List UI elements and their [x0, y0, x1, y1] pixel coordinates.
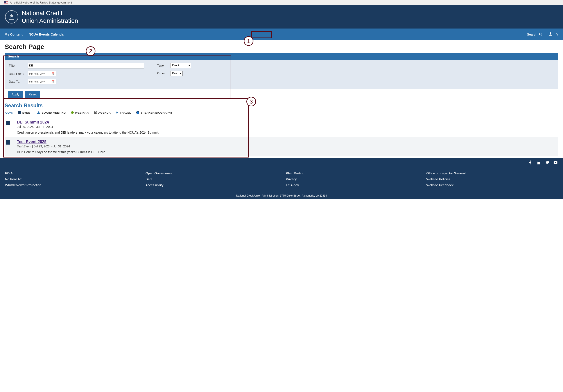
apply-button[interactable]: Apply: [8, 91, 23, 98]
search-panel: Search Filter: Date From: mm / dd / yyyy…: [5, 53, 558, 89]
footer-link[interactable]: FOIA: [5, 171, 137, 175]
result-title-link[interactable]: Test Event 2025: [17, 139, 47, 144]
footer-link[interactable]: Data: [145, 177, 277, 181]
legend-speaker: SPEAKER BIOGRAPHY: [141, 111, 172, 114]
svg-point-0: [539, 33, 541, 35]
speaker-icon: 👤: [136, 111, 139, 114]
us-flag-icon: [4, 1, 8, 4]
footer-address: National Credit Union Administration, 17…: [0, 192, 563, 199]
date-to-input[interactable]: mm / dd / yyyy 📅: [28, 79, 56, 84]
facebook-icon[interactable]: [528, 160, 533, 166]
travel-icon: ✈: [116, 111, 118, 114]
results-header: Search Results: [5, 102, 558, 109]
site-title-line1: National Credit: [22, 9, 78, 17]
legend-agenda: AGENDA: [98, 111, 111, 114]
ncua-seal-icon: [5, 10, 18, 24]
result-title-link[interactable]: DEI Summit 2024: [17, 120, 49, 124]
result-description: DEI: Here to StayThe theme of this year'…: [17, 150, 105, 154]
legend-label: ICON:: [5, 111, 13, 114]
result-meta: Test Event | Jul 29, 2024 - Jul 31, 2024: [17, 145, 105, 148]
linkedin-icon[interactable]: [537, 160, 541, 166]
svg-rect-3: [537, 162, 537, 164]
gov-banner: An official website of the United States…: [0, 0, 563, 5]
footer-link[interactable]: Whistleblower Protection: [5, 183, 137, 187]
board-meeting-icon: [37, 111, 40, 114]
footer-link[interactable]: USA.gov: [286, 183, 418, 187]
site-title-line2: Union Administration: [22, 17, 78, 25]
help-icon[interactable]: ?: [556, 32, 558, 37]
footer-link[interactable]: Privacy: [286, 177, 418, 181]
legend-event: EVENT: [22, 111, 32, 114]
date-from-input[interactable]: mm / dd / yyyy 📅: [28, 71, 56, 76]
legend-travel: TRAVEL: [120, 111, 131, 114]
date-to-label: Date To:: [9, 80, 28, 83]
result-item: DEI Summit 2024 Jul 09, 2024 - Jul 11, 2…: [5, 117, 558, 137]
site-title: National Credit Union Administration: [22, 9, 78, 25]
event-icon: [6, 121, 10, 125]
date-from-placeholder: mm / dd / yyyy: [29, 72, 45, 75]
footer-link[interactable]: No Fear Act: [5, 177, 137, 181]
user-icon[interactable]: [548, 32, 553, 37]
filter-label: Filter:: [9, 64, 28, 67]
footer-link[interactable]: Open Government: [145, 171, 277, 175]
nav-events-calendar[interactable]: NCUA Events Calendar: [29, 32, 65, 36]
legend-board: BOARD MEETING: [41, 111, 66, 114]
footer-link[interactable]: Office of Inspector General: [426, 171, 558, 175]
result-dates: Jul 09, 2024 - Jul 11, 2024: [17, 125, 159, 128]
youtube-icon[interactable]: [553, 160, 558, 166]
footer-link[interactable]: Accessibility: [145, 183, 277, 187]
type-label: Type:: [157, 63, 170, 67]
search-icon: [539, 32, 543, 36]
calendar-icon: 📅: [51, 80, 55, 83]
event-icon: [6, 140, 10, 145]
svg-line-1: [541, 35, 542, 36]
twitter-icon[interactable]: [545, 160, 549, 166]
result-item: Test Event 2025 Test Event | Jul 29, 202…: [5, 137, 558, 156]
date-from-label: Date From:: [9, 72, 28, 76]
type-select[interactable]: Event: [170, 63, 191, 68]
footer: FOIA No Fear Act Whistleblower Protectio…: [0, 158, 563, 199]
svg-point-2: [550, 32, 551, 34]
legend: ICON: EVENT BOARD MEETING WEBINAR 🏛AGEND…: [5, 111, 558, 114]
svg-point-4: [537, 161, 537, 162]
webinar-icon: [71, 111, 74, 114]
order-select[interactable]: Desc: [170, 71, 182, 76]
filter-input[interactable]: [28, 63, 144, 68]
order-label: Order: [157, 72, 170, 75]
footer-link[interactable]: Website Feedback: [426, 183, 558, 187]
page-title: Search Page: [5, 43, 558, 51]
navbar: My Content NCUA Events Calendar Search ?: [0, 28, 563, 40]
footer-link[interactable]: Plain Writing: [286, 171, 418, 175]
legend-webinar: WEBINAR: [75, 111, 89, 114]
reset-button[interactable]: Reset: [25, 91, 40, 98]
date-to-placeholder: mm / dd / yyyy: [29, 80, 45, 83]
result-description: Credit union professionals and DEI leade…: [17, 131, 159, 134]
search-panel-header: Search: [5, 53, 558, 60]
search-toggle[interactable]: Search: [525, 31, 545, 38]
search-toggle-label: Search: [527, 32, 537, 36]
result-subtitle: Test Event: [17, 145, 31, 148]
calendar-icon: 📅: [51, 72, 55, 75]
site-header: National Credit Union Administration: [0, 5, 563, 28]
agenda-icon: 🏛: [94, 111, 97, 114]
event-icon: [18, 111, 21, 114]
result-dates: Jul 29, 2024 - Jul 31, 2024: [34, 145, 70, 148]
page-wrapper: An official website of the United States…: [0, 0, 563, 199]
nav-my-content[interactable]: My Content: [5, 32, 23, 36]
gov-banner-text: An official website of the United States…: [10, 1, 72, 4]
footer-link[interactable]: Website Policies: [426, 177, 558, 181]
